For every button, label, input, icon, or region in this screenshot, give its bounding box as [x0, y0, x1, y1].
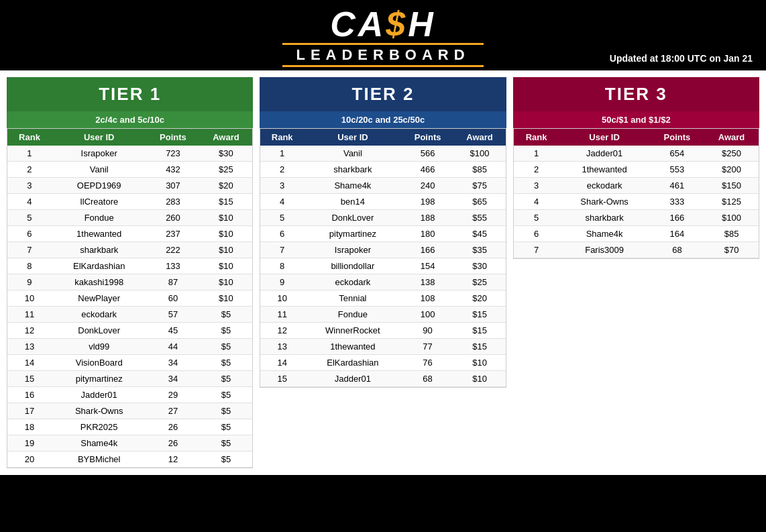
table-cell: 1 — [7, 146, 52, 162]
table-row: 1Israpoker723$30 — [7, 146, 252, 162]
table-cell: Jadder01 — [52, 387, 146, 403]
table-cell: Vanil — [52, 162, 146, 178]
table-cell: 10 — [260, 290, 304, 307]
table-cell: 723 — [146, 146, 199, 162]
tier2-table: Rank User ID Points Award 1Vanil566$1002… — [260, 129, 505, 387]
table-cell: 6 — [260, 226, 304, 242]
table-cell: $30 — [200, 146, 253, 162]
table-cell: $20 — [453, 290, 505, 307]
table-row: 21thewanted553$200 — [514, 162, 759, 178]
tier2-col-points: Points — [402, 129, 454, 146]
table-cell: 14 — [7, 355, 52, 371]
table-cell: 3 — [260, 178, 304, 194]
table-cell: $5 — [200, 387, 253, 403]
table-cell: billiondollar — [304, 258, 402, 274]
table-cell: $10 — [453, 371, 505, 387]
table-cell: $10 — [453, 355, 505, 371]
table-cell: $65 — [453, 194, 505, 210]
table-cell: 1 — [514, 146, 559, 162]
table-row: 4Shark-Owns333$125 — [514, 194, 759, 210]
table-cell: $10 — [200, 210, 253, 226]
table-row: 14VisionBoard34$5 — [7, 355, 252, 371]
table-cell: Shame4k — [52, 435, 146, 451]
tier3-col-userid: User ID — [559, 129, 649, 146]
table-row: 14ElKardashian76$10 — [260, 355, 505, 371]
table-cell: DonkLover — [304, 210, 402, 226]
table-row: 2Vanil432$25 — [7, 162, 252, 178]
table-cell: 12 — [260, 323, 304, 339]
table-cell: $70 — [704, 242, 759, 258]
table-cell: 12 — [7, 323, 52, 339]
tier2-header-row: Rank User ID Points Award — [260, 129, 505, 146]
table-cell: 6 — [7, 226, 52, 242]
table-cell: Faris3009 — [559, 242, 649, 258]
tier1-table: Rank User ID Points Award 1Israpoker723$… — [7, 129, 252, 468]
dollar-sign: $ — [386, 5, 408, 44]
tier2-table-wrap: Rank User ID Points Award 1Vanil566$1002… — [260, 128, 506, 388]
table-row: 19Shame4k26$5 — [7, 435, 252, 451]
table-cell: $30 — [453, 258, 505, 274]
logo-text: CA$H — [0, 7, 766, 42]
table-cell: 8 — [7, 258, 52, 274]
table-row: 8billiondollar154$30 — [260, 258, 505, 274]
table-cell: sharkbark — [52, 242, 146, 258]
table-cell: $85 — [453, 162, 505, 178]
table-cell: $10 — [200, 242, 253, 258]
table-row: 4IlCreatore283$15 — [7, 194, 252, 210]
table-cell: $15 — [453, 339, 505, 355]
table-row: 131thewanted77$15 — [260, 339, 505, 355]
tier2-tbody: 1Vanil566$1002sharkbark466$853Shame4k240… — [260, 146, 505, 387]
table-cell: 5 — [7, 210, 52, 226]
main-content: TIER 1 2c/4c and 5c/10c Rank User ID Poi… — [0, 70, 766, 475]
table-cell: 26 — [146, 435, 199, 451]
table-cell: 27 — [146, 403, 199, 419]
table-cell: 166 — [402, 242, 454, 258]
table-cell: Shame4k — [304, 178, 402, 194]
table-cell: Fondue — [52, 210, 146, 226]
table-cell: 4 — [514, 194, 559, 210]
table-cell: 29 — [146, 387, 199, 403]
table-cell: $15 — [453, 323, 505, 339]
table-cell: 13 — [260, 339, 304, 355]
tier1-col-rank: Rank — [7, 129, 52, 146]
table-cell: Shark-Owns — [559, 194, 649, 210]
tier2-col-award: Award — [453, 129, 505, 146]
table-cell: 7 — [514, 242, 559, 258]
table-row: 3OEPD1969307$20 — [7, 178, 252, 194]
tier3-table-wrap: Rank User ID Points Award 1Jadder01654$2… — [513, 128, 759, 259]
table-cell: 68 — [650, 242, 704, 258]
table-cell: 76 — [402, 355, 454, 371]
table-cell: 77 — [402, 339, 454, 355]
table-cell: 4 — [260, 194, 304, 210]
table-cell: PKR2025 — [52, 419, 146, 435]
table-cell: pitymartinez — [304, 226, 402, 242]
tier3-block: TIER 3 50c/$1 and $1/$2 Rank User ID Poi… — [513, 77, 759, 468]
table-cell: 1thewanted — [52, 226, 146, 242]
table-cell: $35 — [453, 242, 505, 258]
table-cell: 34 — [146, 371, 199, 387]
table-cell: 180 — [402, 226, 454, 242]
tier1-thead: Rank User ID Points Award — [7, 129, 252, 146]
table-row: 6pitymartinez180$45 — [260, 226, 505, 242]
table-cell: sharkbark — [559, 210, 649, 226]
table-cell: 7 — [7, 242, 52, 258]
header: CA$H LEADERBOARD Updated at 18:00 UTC on… — [0, 0, 766, 70]
table-cell: 3 — [514, 178, 559, 194]
table-row: 9eckodark138$25 — [260, 274, 505, 290]
table-row: 1Jadder01654$250 — [514, 146, 759, 162]
table-cell: $25 — [200, 162, 253, 178]
tier1-tbody: 1Israpoker723$302Vanil432$253OEPD1969307… — [7, 146, 252, 468]
table-cell: 90 — [402, 323, 454, 339]
table-cell: 15 — [7, 371, 52, 387]
table-cell: $5 — [200, 419, 253, 435]
table-cell: Fondue — [304, 307, 402, 323]
table-cell: 68 — [402, 371, 454, 387]
table-cell: IlCreatore — [52, 194, 146, 210]
table-cell: eckodark — [304, 274, 402, 290]
table-cell: 2 — [7, 162, 52, 178]
table-row: 5Fondue260$10 — [7, 210, 252, 226]
table-row: 5DonkLover188$55 — [260, 210, 505, 226]
table-cell: 283 — [146, 194, 199, 210]
table-cell: $45 — [453, 226, 505, 242]
table-cell: 87 — [146, 274, 199, 290]
